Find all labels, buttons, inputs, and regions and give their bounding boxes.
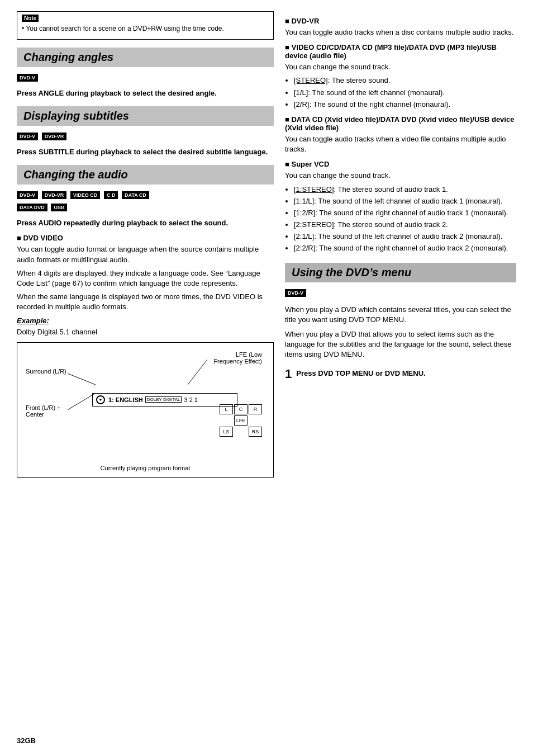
dvd-video-para2: When 4 digits are displayed, they indica… [17, 268, 274, 289]
badge-dvd-vr-sub: DVD-VR [42, 133, 67, 140]
right-column: DVD-VR You can toggle audio tracks when … [285, 11, 516, 478]
badge-data-dvd: DATA DVD [17, 204, 47, 211]
changing-angles-content: DVD-V Press ANGLE during playback to sel… [17, 73, 274, 98]
badge-dvd-vr-audio: DVD-VR [42, 191, 67, 199]
sp-LFE: LFE [234, 415, 248, 426]
dvd-menu-content: DVD-V When you play a DVD which contains… [285, 288, 516, 381]
svg-line-1 [188, 360, 207, 385]
super-vcd-item-6: [2:2/R]: The sound of the right channel … [294, 243, 516, 253]
changing-angles-header: Changing angles [17, 48, 274, 67]
super-vcd-item-4: [2:STEREO]: The stereo sound of audio tr… [294, 220, 516, 230]
super-vcd-item-2: [1:1/L]: The sound of the left channel o… [294, 196, 516, 206]
sp-empty3 [234, 427, 248, 437]
changing-angles-description: Press ANGLE during playback to select th… [17, 88, 274, 98]
badge-dvd-v-audio: DVD-V [17, 191, 38, 199]
badge-video-cd: VIDEO CD [70, 191, 101, 199]
super-vcd-list: [1:STEREO]: The stereo sound of audio tr… [294, 185, 516, 254]
sp-L: L [220, 404, 233, 414]
video-cd-para: You can change the sound track. [285, 62, 516, 72]
displaying-subtitles-header: Displaying subtitles [17, 106, 274, 126]
badge-dvd-v-sub: DVD-V [17, 133, 38, 140]
left-column: Note • You cannot search for a scene on … [17, 11, 274, 478]
video-cd-header: ■VIDEO CD/CD/DATA CD (MP3 file)/DATA DVD… [285, 43, 516, 60]
badge-data-cd: DATA CD [122, 191, 149, 199]
changing-audio-content: DVD-V DVD-VR VIDEO CD C D DATA CD DATA D… [17, 190, 274, 478]
note-label: Note [22, 15, 39, 22]
dvd-vr-subheader: DVD-VR [285, 17, 516, 25]
sp-LS: LS [220, 427, 233, 437]
note-text: • You cannot search for a scene on a DVD… [22, 24, 269, 34]
super-vcd-item-1: [1:STEREO]: The stereo sound of audio tr… [294, 185, 516, 195]
super-vcd-section: Super VCD You can change the sound track… [285, 160, 516, 253]
dvd-vr-section: DVD-VR You can toggle audio tracks when … [285, 17, 516, 37]
video-cd-item-1: [STEREO]: The stereo sound. [294, 75, 516, 86]
dvd-menu-para2: When you play a DVD that allows you to s… [285, 329, 516, 360]
data-cd-xvid-para: You can toggle audio tracks when a video… [285, 134, 516, 154]
step-1: 1 Press DVD TOP MENU or DVD MENU. [285, 367, 516, 381]
badge-dvd-v: DVD-V [17, 74, 38, 82]
video-cd-section: ■VIDEO CD/CD/DATA CD (MP3 file)/DATA DVD… [285, 43, 516, 110]
super-vcd-para: You can change the sound track. [285, 171, 516, 181]
super-vcd-item-3: [1:2/R]: The sound of the right channel … [294, 208, 516, 218]
sp-R: R [249, 404, 262, 414]
sp-empty2 [249, 415, 262, 426]
dvd-video-para3: When the same language is displayed two … [17, 292, 274, 312]
dvd-vr-para: You can toggle audio tracks when a disc … [285, 27, 516, 37]
displaying-subtitles-content: DVD-V DVD-VR Press SUBTITLE during playb… [17, 131, 274, 157]
svg-line-2 [68, 393, 96, 410]
data-cd-xvid-header: ■ DATA CD (Xvid video file)/DATA DVD (Xv… [285, 115, 516, 132]
page-number: 32GB [17, 736, 36, 745]
changing-angles-title: Changing angles [23, 51, 267, 64]
badge-dvd-v-menu: DVD-V [285, 289, 306, 297]
badge-cd: C D [104, 191, 118, 199]
sp-C: C [234, 404, 248, 414]
changing-audio-description: Press AUDIO repeatedly during playback t… [17, 218, 274, 228]
displaying-subtitles-title: Displaying subtitles [23, 110, 267, 122]
dvd-menu-title: Using the DVD’s menu [292, 266, 510, 279]
changing-audio-header: Changing the audio [17, 165, 274, 185]
dvd-menu-para1: When you play a DVD which contains sever… [285, 305, 516, 325]
data-cd-xvid-section: ■ DATA CD (Xvid video file)/DATA DVD (Xv… [285, 115, 516, 154]
example-label: Example: [17, 316, 274, 325]
changing-audio-title: Changing the audio [23, 168, 267, 181]
dvd-menu-header: Using the DVD’s menu [285, 263, 516, 282]
diagram-caption: Currently playing program format [23, 465, 268, 471]
sp-empty1 [220, 415, 233, 426]
badge-usb: USB [51, 204, 67, 211]
dvd-video-para1: You can toggle audio format or language … [17, 244, 274, 264]
video-cd-item-3: [2/R]: The sound of the right channel (m… [294, 100, 516, 110]
audio-diagram: LFE (LowFrequency Effect) Surround (L/R)… [17, 342, 274, 478]
super-vcd-subheader: Super VCD [285, 160, 516, 168]
dvd-video-subheader: DVD VIDEO [17, 234, 274, 242]
video-cd-item-2: [1/L]: The sound of the left channel (mo… [294, 88, 516, 98]
note-box: Note • You cannot search for a scene on … [17, 11, 274, 40]
step-1-number: 1 [285, 367, 292, 381]
video-cd-list: [STEREO]: The stereo sound. [1/L]: The s… [294, 75, 516, 110]
step-1-text: Press DVD TOP MENU or DVD MENU. [296, 367, 425, 377]
displaying-subtitles-description: Press SUBTITLE during playback to select… [17, 147, 274, 157]
speaker-grid: L C R LFE LS RS [220, 404, 262, 437]
svg-line-0 [68, 374, 96, 385]
sp-RS: RS [249, 427, 262, 437]
super-vcd-item-5: [2:1/L]: The sound of the left channel o… [294, 231, 516, 242]
example-subtitle: Dolby Digital 5.1 channel [17, 327, 274, 337]
